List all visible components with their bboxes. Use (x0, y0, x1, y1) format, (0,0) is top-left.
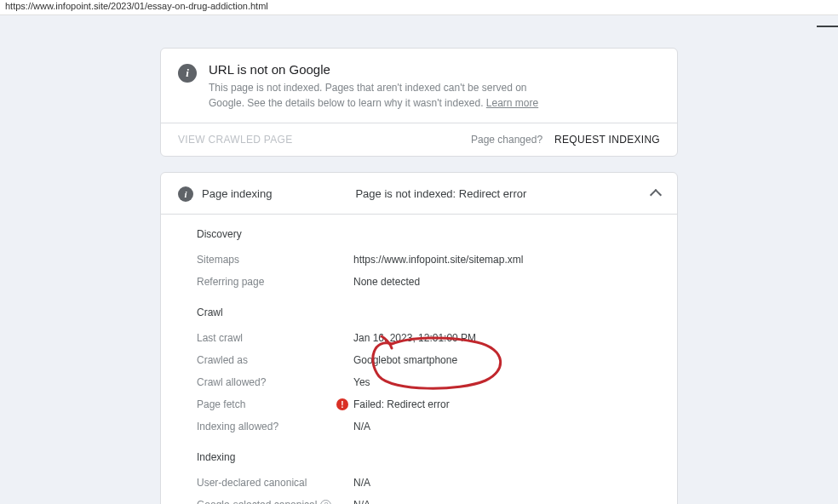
indexing-allowed-label: Indexing allowed? (197, 421, 353, 432)
crawl-heading: Crawl (197, 293, 660, 327)
referring-row: Referring page None detected (197, 271, 660, 293)
google-canonical-value: N/A (353, 499, 370, 504)
sitemaps-row: Sitemaps https://www.infopoint.site/site… (197, 249, 660, 271)
page-fetch-value: ! Failed: Redirect error (353, 398, 450, 410)
panel-title: Page indexing (202, 187, 272, 200)
page-fetch-label: Page fetch (197, 398, 353, 410)
indexing-allowed-row: Indexing allowed? N/A (197, 415, 660, 438)
panel-header[interactable]: i Page indexing Page is not indexed: Red… (161, 173, 677, 215)
crawled-as-label: Crawled as (197, 354, 353, 366)
indexing-allowed-value: N/A (353, 421, 370, 432)
request-indexing-button[interactable]: REQUEST INDEXING (554, 134, 660, 146)
referring-label: Referring page (197, 276, 353, 288)
page-fetch-text: Failed: Redirect error (353, 398, 450, 410)
error-icon: ! (336, 398, 348, 410)
status-card: i URL is not on Google This page is not … (160, 48, 678, 157)
crawled-as-value: Googlebot smartphone (353, 354, 457, 366)
inspected-url: https://www.infopoint.site/2023/01/essay… (5, 1, 268, 11)
top-right-divider (817, 26, 838, 27)
crawled-as-row: Crawled as Googlebot smartphone (197, 349, 660, 371)
status-text: URL is not on Google This page is not in… (209, 62, 549, 111)
page-fetch-row: Page fetch ! Failed: Redirect error (197, 393, 660, 415)
indexing-panel: i Page indexing Page is not indexed: Red… (160, 172, 678, 504)
user-canonical-value: N/A (353, 477, 370, 489)
google-canonical-label: Google-selected canonical ? (197, 499, 353, 504)
status-body: i URL is not on Google This page is not … (161, 49, 677, 123)
sitemaps-value: https://www.infopoint.site/sitemap.xml (353, 254, 523, 266)
indexing-heading: Indexing (197, 438, 660, 472)
page-changed-label: Page changed? (471, 134, 542, 146)
right-actions: Page changed? REQUEST INDEXING (471, 134, 660, 146)
info-icon: i (178, 64, 197, 83)
discovery-heading: Discovery (197, 215, 660, 249)
main-content: i URL is not on Google This page is not … (0, 15, 838, 504)
status-description: This page is not indexed. Pages that are… (209, 80, 549, 111)
referring-value: None detected (353, 276, 420, 288)
panel-status: Page is not indexed: Redirect error (304, 187, 651, 200)
status-desc-text: This page is not indexed. Pages that are… (209, 82, 527, 109)
google-canonical-row: Google-selected canonical ? N/A (197, 494, 660, 504)
user-canonical-label: User-declared canonical (197, 477, 353, 489)
status-actions: VIEW CRAWLED PAGE Page changed? REQUEST … (161, 123, 677, 156)
crawl-allowed-value: Yes (353, 376, 370, 388)
learn-more-link[interactable]: Learn more (486, 97, 538, 109)
view-crawled-page-button: VIEW CRAWLED PAGE (178, 134, 292, 146)
sitemaps-label: Sitemaps (197, 254, 353, 266)
crawl-allowed-label: Crawl allowed? (197, 376, 353, 388)
help-icon[interactable]: ? (320, 500, 331, 505)
user-canonical-row: User-declared canonical N/A (197, 472, 660, 494)
status-title: URL is not on Google (209, 62, 549, 77)
chevron-up-icon (650, 189, 662, 201)
crawl-allowed-row: Crawl allowed? Yes (197, 371, 660, 393)
url-bar: https://www.infopoint.site/2023/01/essay… (0, 0, 838, 15)
google-canonical-label-text: Google-selected canonical (197, 499, 317, 504)
last-crawl-label: Last crawl (197, 332, 353, 344)
last-crawl-row: Last crawl Jan 16, 2023, 12:01:00 PM (197, 327, 660, 349)
last-crawl-value: Jan 16, 2023, 12:01:00 PM (353, 332, 476, 344)
content-column: i URL is not on Google This page is not … (160, 48, 678, 504)
panel-body: Discovery Sitemaps https://www.infopoint… (161, 215, 677, 504)
info-icon: i (178, 186, 193, 202)
